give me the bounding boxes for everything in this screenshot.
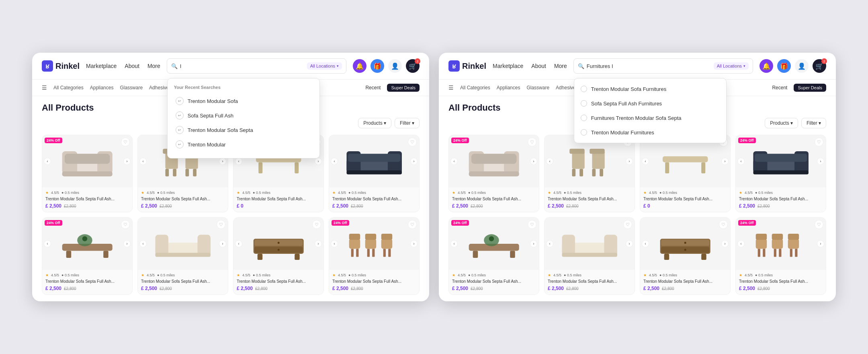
left-product-8-next[interactable]: › [410,240,418,247]
right-product-5-wishlist[interactable]: ♡ [528,220,536,229]
left-product-8-prev[interactable]: ‹ [331,240,338,247]
left-product-5-svg [49,224,125,264]
right-product-4-wishlist[interactable]: ♡ [815,138,823,146]
right-products-btn[interactable]: Products ▾ [765,118,798,128]
left-product-4-prev[interactable]: ‹ [331,158,338,165]
left-product-6-next[interactable]: › [219,240,226,247]
left-filter-btn[interactable]: Filter ▾ [395,118,420,128]
right-product-6-prev[interactable]: ‹ [546,240,553,247]
left-product-6-img: ♡ ‹ › [138,218,228,270]
left-product-3-prev[interactable]: ‹ [235,158,242,165]
left-product-1-prev[interactable]: ‹ [44,158,51,165]
right-autocomplete-item-1[interactable]: Trenton Modular Sofa Furnitures [577,82,723,96]
left-product-3-next[interactable]: › [315,158,322,165]
right-product-7-prev[interactable]: ‹ [642,240,649,247]
left-product-4-wishlist[interactable]: ♡ [408,138,417,146]
right-autocomplete-item-4[interactable]: Trenton Modular Furnitures [577,125,723,140]
right-product-6-next[interactable]: › [626,240,633,247]
right-product-4-next[interactable]: › [817,158,824,165]
right-cat-all[interactable]: All Categories [460,85,490,91]
right-cat-adhesive[interactable]: Adhesive [556,85,575,91]
right-product-6-wishlist[interactable]: ♡ [623,220,632,229]
right-product-1-wishlist[interactable]: ♡ [528,138,536,146]
right-nav-marketplace[interactable]: Marketplace [493,63,523,69]
right-product-1-stars: ★ [452,191,455,195]
right-super-deals-btn[interactable]: Super Deals [794,84,826,92]
left-product-8-wishlist[interactable]: ♡ [408,220,417,229]
left-product-1-wishlist[interactable]: ♡ [121,138,130,146]
right-bell-btn[interactable]: 🔔 [760,59,773,73]
right-product-2-next[interactable]: › [626,158,633,165]
right-products-row1: 24% Off ♡ ‹ › [448,135,826,212]
left-recent-item-3[interactable]: ↩ Trenton Modular Sofa Septa [174,123,313,137]
left-product-5-next[interactable]: › [123,240,131,247]
left-product-2-prev[interactable]: ‹ [139,158,147,165]
left-product-5-wishlist[interactable]: ♡ [121,220,130,229]
left-menu-icon[interactable]: ☰ [42,84,47,91]
right-recent-btn[interactable]: Recent [772,85,787,91]
right-product-8-wishlist[interactable]: ♡ [815,220,823,229]
left-product-5-prev[interactable]: ‹ [44,240,51,247]
right-product-1-img: 24% Off ♡ ‹ › [449,135,539,187]
left-product-1-next[interactable]: › [123,158,131,165]
right-cart-btn[interactable]: 🛒 2 [813,59,826,73]
right-product-3-next[interactable]: › [721,158,729,165]
left-nav-about[interactable]: About [125,63,139,69]
left-cat-glassware[interactable]: Glassware [120,85,143,91]
right-filter-btn[interactable]: Filter ▾ [801,118,826,128]
right-product-5-next[interactable]: › [530,240,537,247]
left-product-7-next[interactable]: › [315,240,322,247]
right-product-7-next[interactable]: › [721,240,729,247]
left-location-badge[interactable]: All Locations ▾ [307,62,342,70]
left-product-2-next[interactable]: › [219,158,226,165]
left-product-5-distance: ● 0.5 miles [61,273,79,277]
left-recent-btn[interactable]: Recent [365,85,381,91]
left-gift-btn[interactable]: 🎁 [371,59,384,73]
right-product-1-next[interactable]: › [530,158,537,165]
right-product-2-prev[interactable]: ‹ [546,158,553,165]
left-product-7-wishlist[interactable]: ♡ [312,220,321,229]
left-product-4-next[interactable]: › [410,158,418,165]
right-location-badge[interactable]: All Locations ▾ [714,62,749,70]
left-super-deals-btn[interactable]: Super Deals [387,84,420,92]
right-product-5-prev[interactable]: ‹ [450,240,458,247]
right-menu-icon[interactable]: ☰ [448,84,454,91]
right-cat-appliances[interactable]: Appliances [497,85,520,91]
right-user-btn[interactable]: 👤 [795,59,809,73]
left-recent-item-2[interactable]: ↩ Sofa Septa Full Ash [174,108,313,123]
right-product-3-prev[interactable]: ‹ [642,158,649,165]
right-search-input[interactable] [587,63,711,69]
right-radio-1 [581,86,587,92]
left-product-8-stars: ★ [332,273,336,277]
left-cat-all[interactable]: All Categories [53,85,84,91]
right-cat-glassware[interactable]: Glassware [526,85,549,91]
right-autocomplete-item-2[interactable]: Sofa Septa Full Ash Furnitures [577,96,723,111]
right-nav-more[interactable]: More [554,63,567,69]
left-cart-btn[interactable]: 🛒 2 [406,59,420,73]
right-product-7-wishlist[interactable]: ♡ [719,220,728,229]
left-cat-appliances[interactable]: Appliances [90,85,114,91]
left-user-btn[interactable]: 👤 [388,59,402,73]
left-recent-label-1: Trenton Modular Sofa [188,98,238,104]
left-product-6-prev[interactable]: ‹ [139,240,147,247]
left-product-6-wishlist[interactable]: ♡ [217,220,225,229]
right-product-1-prev[interactable]: ‹ [450,158,458,165]
left-product-7-prev[interactable]: ‹ [235,240,242,247]
right-product-8-next[interactable]: › [817,240,824,247]
left-search-input[interactable] [180,63,305,69]
left-products-btn[interactable]: Products ▾ [358,118,391,128]
left-recent-item-1[interactable]: ↩ Trenton Modular Sofa [174,94,313,108]
left-product-3-rating-val: 4.5/5 [242,191,250,195]
right-product-8-prev[interactable]: ‹ [737,240,745,247]
left-nav-marketplace[interactable]: Marketplace [86,63,117,69]
left-logo-text: Rinkel [55,62,80,71]
left-bell-btn[interactable]: 🔔 [353,59,366,73]
left-cat-adhesive[interactable]: Adhesive [149,85,169,91]
right-nav-about[interactable]: About [531,63,546,69]
right-gift-btn[interactable]: 🎁 [777,59,791,73]
left-product-1-discount: 24% Off [45,138,62,143]
right-product-4-prev[interactable]: ‹ [737,158,745,165]
left-nav-more[interactable]: More [147,63,160,69]
left-recent-item-4[interactable]: ↩ Trenton Modular [174,137,313,152]
right-autocomplete-item-3[interactable]: Furnitures Trenton Modular Sofa Septa [577,111,723,125]
